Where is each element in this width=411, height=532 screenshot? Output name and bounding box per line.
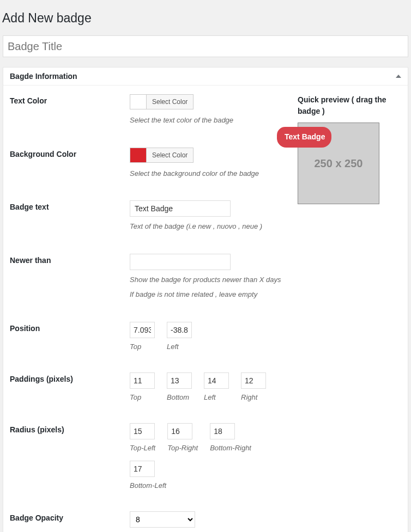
position-top-input[interactable] [130,322,155,338]
padding-top-input[interactable] [130,372,155,389]
metabox-header[interactable]: Bagde Information [3,68,408,85]
badge-text-input[interactable] [130,200,231,217]
bg-color-label: Background Color [10,150,76,158]
radius-tr-input[interactable] [167,423,192,439]
text-color-desc: Select the text color of the badge [130,115,299,126]
bg-color-picker[interactable]: Select Color [130,148,194,163]
radius-bl-input[interactable] [130,461,155,477]
radius-tl-input[interactable] [130,423,155,439]
newer-than-input[interactable] [130,254,231,270]
paddings-label: Paddings (pixels) [10,375,73,383]
badge-text-label: Badge text [10,203,49,211]
radius-label: Radius (pixels) [10,425,64,434]
padding-left-sublabel: Left [204,393,229,401]
text-color-picker[interactable]: Select Color [130,94,194,109]
position-top-sublabel: Top [130,343,155,351]
newer-than-desc1: Show the badge for products newer than X… [130,274,299,285]
chevron-up-icon [396,75,401,78]
badge-text-desc: Text of the badge (i.e new , nuovo , neu… [130,221,299,232]
position-label: Position [10,324,40,333]
bg-color-desc: Select the background color of the badge [130,168,299,179]
page-title: Add New badge [0,0,411,35]
radius-tl-sublabel: Top-Left [130,444,155,452]
position-left-input[interactable] [167,322,192,338]
position-left-sublabel: Left [167,343,192,351]
preview-placeholder: 250 x 250 [315,157,363,170]
padding-right-sublabel: Right [241,393,266,401]
opacity-select[interactable]: 8 [130,511,195,528]
radius-bl-sublabel: Bottom-Left [130,481,299,490]
radius-tr-sublabel: Top-Right [167,444,198,452]
padding-top-sublabel: Top [130,393,155,401]
padding-right-input[interactable] [241,372,266,389]
padding-bottom-input[interactable] [167,372,192,389]
padding-left-input[interactable] [204,372,229,389]
opacity-label: Badge Opacity [10,513,63,522]
preview-label: Quick preview ( drag the badge ) [298,94,401,117]
bg-color-button[interactable]: Select Color [147,148,193,162]
newer-than-desc2: If badge is not time related , leave emp… [130,289,299,300]
badge-title-input[interactable] [3,35,408,57]
radius-br-sublabel: Bottom-Right [210,444,251,452]
radius-br-input[interactable] [210,423,235,439]
preview-box: 250 x 250 Text Badge [298,123,379,204]
metabox-title: Bagde Information [10,72,77,81]
text-color-label: Text Color [10,96,47,105]
text-color-swatch [130,95,147,109]
newer-than-label: Newer than [10,256,51,265]
bg-color-swatch [130,148,147,162]
padding-bottom-sublabel: Bottom [167,393,192,401]
badge-preview-chip[interactable]: Text Badge [277,127,331,148]
text-color-button[interactable]: Select Color [147,95,193,109]
